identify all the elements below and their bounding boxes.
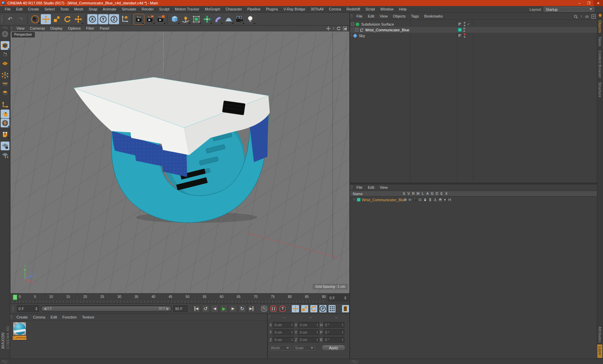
transform-mode-dropdown[interactable]: Scale bbox=[293, 345, 315, 351]
material-grip[interactable] bbox=[10, 315, 13, 320]
polygons-mode-button[interactable] bbox=[1, 89, 9, 98]
timeline-ruler[interactable]: 051015202530354045505560657075808590 0 F bbox=[10, 293, 349, 303]
menu-item-file[interactable]: File bbox=[2, 6, 13, 12]
layer-toggle-icon[interactable] bbox=[458, 34, 462, 38]
object-label[interactable]: Subdivision Surface bbox=[361, 22, 394, 26]
enabled-check-icon[interactable]: ✓ bbox=[467, 22, 470, 26]
status-grip-right[interactable] bbox=[351, 360, 358, 363]
om-filter-eye-icon[interactable] bbox=[585, 14, 589, 19]
layer-name[interactable]: Wrist_Communicator_Blue bbox=[362, 198, 402, 202]
layer-manager-grip[interactable] bbox=[350, 185, 353, 190]
coordinates-grip[interactable] bbox=[268, 315, 271, 319]
coordinate-space-dropdown[interactable]: World bbox=[269, 345, 291, 351]
record-button[interactable]: ( ) bbox=[269, 305, 277, 313]
visibility-dots-icon[interactable] bbox=[463, 28, 465, 32]
menu-item-tools[interactable]: Tools bbox=[57, 6, 71, 12]
magnet-snap-button[interactable] bbox=[1, 130, 9, 139]
viewport-menu-item-options[interactable]: Options bbox=[65, 25, 83, 32]
object-label[interactable]: Sky bbox=[359, 34, 365, 38]
play-button[interactable]: ▶ bbox=[220, 305, 228, 313]
scale-y-field[interactable]: 0 cm bbox=[298, 330, 319, 335]
end-frame-box[interactable]: 90 F bbox=[173, 305, 188, 312]
palette-grip[interactable] bbox=[2, 26, 8, 29]
menu-item-create[interactable]: Create bbox=[25, 6, 42, 12]
collapse-icon[interactable]: − bbox=[351, 23, 354, 26]
material-menu-item-create[interactable]: Create bbox=[14, 314, 30, 321]
goto-start-button[interactable]: ◀ bbox=[193, 305, 200, 313]
autokey-button[interactable] bbox=[260, 305, 268, 313]
title-bar[interactable]: CINEMA 4D R17.055 Studio (R17) - [Wrist_… bbox=[0, 0, 603, 6]
menu-item-mograph[interactable]: MoGraph bbox=[202, 6, 223, 12]
solo-toggle-icon[interactable] bbox=[404, 198, 407, 201]
menu-item-render[interactable]: Render bbox=[139, 6, 156, 12]
menu-item-snap[interactable]: Snap bbox=[86, 6, 100, 12]
undo-button[interactable]: ↶ bbox=[5, 14, 15, 24]
layer-row-wrist-communicator[interactable]: └ Wrist_Communicator_Blue ▼ bbox=[350, 197, 597, 203]
position-z-field[interactable]: 0 cm bbox=[273, 337, 294, 342]
record-help-button[interactable]: ? bbox=[279, 305, 286, 313]
xref-toggle-icon[interactable] bbox=[448, 198, 452, 202]
viewport-menu-item-display[interactable]: Display bbox=[48, 25, 65, 32]
spline-pen-button[interactable] bbox=[180, 14, 191, 24]
viewport-menu-grip[interactable] bbox=[10, 26, 13, 31]
viewport-input-button[interactable] bbox=[1, 110, 9, 118]
make-editable-button[interactable] bbox=[1, 30, 9, 38]
material-item[interactable]: Commun bbox=[13, 322, 26, 340]
viewport-canvas[interactable]: Perspective Grid Spacing : 1 cm Y Z X bbox=[10, 31, 349, 293]
animation-toggle-icon[interactable] bbox=[428, 198, 432, 202]
material-thumbnail[interactable] bbox=[13, 322, 26, 335]
viewport-menu-item-cameras[interactable]: Cameras bbox=[27, 25, 48, 32]
tab-attributes[interactable]: Attributes bbox=[597, 325, 602, 344]
om-search-icon[interactable] bbox=[574, 14, 578, 19]
add-cube-primitive-button[interactable] bbox=[170, 14, 180, 24]
timeline-window-button[interactable] bbox=[342, 305, 349, 313]
timeline-range-slider[interactable]: ◀ 0 F 90 F ▶ bbox=[40, 305, 172, 312]
generators-toggle-icon[interactable] bbox=[433, 198, 437, 202]
om-menu-item-objects[interactable]: Objects bbox=[390, 13, 408, 20]
points-mode-button[interactable] bbox=[1, 71, 9, 80]
toolbar-grip[interactable] bbox=[1, 15, 4, 24]
transport-grip[interactable] bbox=[12, 305, 15, 312]
object-row-subdivision-surface[interactable]: − Subdivision Surface ✓ bbox=[350, 21, 597, 27]
next-frame-button[interactable]: ▶ bbox=[229, 305, 237, 313]
lm-menu-item-file[interactable]: File bbox=[354, 184, 365, 191]
lock-toggle-icon[interactable] bbox=[423, 198, 427, 202]
menu-item-character[interactable]: Character bbox=[223, 6, 245, 12]
menu-item-window[interactable]: Window bbox=[378, 6, 396, 12]
om-menu-item-tags[interactable]: Tags bbox=[408, 13, 422, 20]
next-key-button[interactable]: ↻ bbox=[238, 305, 246, 313]
om-menu-item-file[interactable]: File bbox=[354, 13, 365, 20]
object-label[interactable]: Wrist_Communicator_Blue bbox=[365, 28, 409, 32]
rotate-tool[interactable] bbox=[62, 14, 73, 24]
menu-item-animate[interactable]: Animate bbox=[100, 6, 119, 12]
keyframe-rotation-toggle[interactable] bbox=[310, 305, 318, 313]
tab-layer[interactable]: Layer bbox=[597, 344, 602, 358]
camera-button[interactable] bbox=[234, 14, 245, 24]
visibility-dots-icon[interactable] bbox=[464, 33, 465, 38]
model-mode-button[interactable] bbox=[1, 41, 9, 50]
menu-item-redshift[interactable]: Redshift bbox=[344, 6, 363, 12]
timeline-playhead[interactable] bbox=[13, 295, 17, 300]
lock-x-axis-button[interactable]: X bbox=[87, 14, 97, 24]
close-button[interactable]: ✕ bbox=[594, 0, 603, 6]
menu-item-help[interactable]: Help bbox=[396, 6, 409, 12]
layer-color-chip[interactable] bbox=[357, 198, 361, 202]
menu-item-v-ray-bridge[interactable]: V-Ray Bridge bbox=[281, 6, 308, 12]
position-y-field[interactable]: 0 cm bbox=[273, 330, 294, 335]
deformers-toggle-icon[interactable] bbox=[438, 198, 442, 202]
om-add-layer-icon[interactable]: + bbox=[592, 14, 596, 19]
object-manager-grip[interactable] bbox=[350, 14, 353, 19]
menu-item-edit[interactable]: Edit bbox=[13, 6, 25, 12]
material-menu-item-function[interactable]: Function bbox=[60, 314, 79, 321]
om-path-up-icon[interactable]: ↑ bbox=[580, 14, 582, 19]
texture-mode-button[interactable] bbox=[1, 50, 9, 59]
tab-content-browser[interactable]: Content Browser bbox=[597, 49, 602, 80]
light-button[interactable] bbox=[245, 14, 255, 24]
menu-item-3dtoall[interactable]: 3DToAll bbox=[308, 6, 326, 12]
name-column-header[interactable]: Name bbox=[353, 192, 363, 196]
visibility-dots-icon[interactable] bbox=[464, 22, 465, 26]
move-tool[interactable] bbox=[41, 14, 51, 24]
scale-x-field[interactable]: 0 cm bbox=[298, 322, 319, 328]
menu-item-mesh[interactable]: Mesh bbox=[71, 6, 86, 12]
viewport-menu-item-filter[interactable]: Filter bbox=[83, 25, 97, 32]
